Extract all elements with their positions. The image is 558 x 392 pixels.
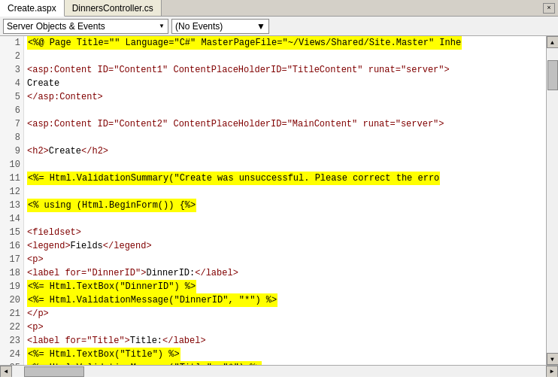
code-line-11[interactable]: <%= Html.ValidationSummary("Create was u… (24, 172, 546, 185)
code-line-16[interactable]: <legend>Fields</legend> (24, 239, 546, 253)
line-number-1: 1 (0, 36, 23, 50)
code-line-9[interactable]: <h2>Create</h2> (24, 144, 546, 158)
code-line-24[interactable]: <%= Html.TextBox("Title") %> (24, 348, 546, 361)
code-line-12[interactable] (24, 185, 546, 199)
events-arrow: ▼ (256, 21, 265, 32)
server-objects-dropdown[interactable]: Server Objects & Events ▼ (3, 19, 168, 34)
line-number-11: 11 (0, 172, 23, 185)
code-line-17[interactable]: <p> (24, 253, 546, 266)
code-line-7[interactable]: <asp:Content ID="Content2" ContentPlaceH… (24, 117, 546, 131)
code-line-21[interactable]: </p> (24, 307, 546, 321)
line-number-20: 20 (0, 293, 23, 307)
events-dropdown[interactable]: (No Events) ▼ (171, 19, 269, 34)
line-number-12: 12 (0, 185, 23, 199)
line-number-4: 4 (0, 77, 23, 90)
server-objects-arrow: ▼ (159, 23, 165, 29)
code-line-10[interactable] (24, 158, 546, 172)
code-line-2[interactable] (24, 50, 546, 63)
line-number-8: 8 (0, 131, 23, 144)
line-number-2: 2 (0, 50, 23, 63)
line-number-22: 22 (0, 321, 23, 334)
line-number-14: 14 (0, 212, 23, 226)
scroll-thumb-h[interactable] (24, 366, 84, 377)
code-line-6[interactable] (24, 104, 546, 117)
line-number-17: 17 (0, 253, 23, 266)
toolbar: Server Objects & Events ▼ (No Events) ▼ (0, 17, 558, 36)
line-number-19: 19 (0, 280, 23, 293)
code-scroll-area: 1234567891011121314151617181920212223242… (0, 36, 558, 365)
code-line-19[interactable]: <%= Html.TextBox("DinnerID") %> (24, 280, 546, 293)
line-number-3: 3 (0, 63, 23, 77)
scroll-thumb-v[interactable] (547, 60, 558, 90)
line-number-9: 9 (0, 144, 23, 158)
tab-create-aspx[interactable]: Create.aspx (0, 0, 65, 17)
window-controls: × (543, 0, 558, 16)
code-line-22[interactable]: <p> (24, 321, 546, 334)
code-line-3[interactable]: <asp:Content ID="Content1" ContentPlaceH… (24, 63, 546, 77)
code-line-13[interactable]: <% using (Html.BeginForm()) {%> (24, 199, 546, 212)
code-line-20[interactable]: <%= Html.ValidationMessage("DinnerID", "… (24, 293, 546, 307)
line-number-16: 16 (0, 239, 23, 253)
line-number-21: 21 (0, 307, 23, 321)
line-number-13: 13 (0, 199, 23, 212)
code-lines[interactable]: <%@ Page Title="" Language="C#" MasterPa… (24, 36, 546, 365)
code-line-5[interactable]: </asp:Content> (24, 90, 546, 104)
code-line-4[interactable]: Create (24, 77, 546, 90)
line-number-6: 6 (0, 104, 23, 117)
line-numbers: 1234567891011121314151617181920212223242… (0, 36, 24, 365)
vertical-scrollbar[interactable]: ▲ ▼ (546, 36, 558, 365)
line-number-18: 18 (0, 266, 23, 280)
title-bar: Create.aspx DinnersController.cs × (0, 0, 558, 17)
code-line-15[interactable]: <fieldset> (24, 226, 546, 239)
code-line-1[interactable]: <%@ Page Title="" Language="C#" MasterPa… (24, 36, 546, 50)
line-number-7: 7 (0, 117, 23, 131)
code-editor[interactable]: 1234567891011121314151617181920212223242… (0, 36, 558, 377)
horizontal-scrollbar[interactable]: ◄ ► (0, 365, 558, 377)
line-number-24: 24 (0, 348, 23, 361)
code-line-14[interactable] (24, 212, 546, 226)
code-line-8[interactable] (24, 131, 546, 144)
line-number-10: 10 (0, 158, 23, 172)
line-number-5: 5 (0, 90, 23, 104)
scroll-up-button[interactable]: ▲ (547, 36, 559, 48)
scroll-left-button[interactable]: ◄ (0, 366, 12, 378)
close-button[interactable]: × (543, 3, 555, 14)
line-number-15: 15 (0, 226, 23, 239)
code-line-18[interactable]: <label for="DinnerID">DinnerID:</label> (24, 266, 546, 280)
tab-dinners-controller[interactable]: DinnersController.cs (65, 0, 162, 16)
scroll-down-button[interactable]: ▼ (547, 353, 559, 365)
line-number-23: 23 (0, 334, 23, 348)
code-line-23[interactable]: <label for="Title">Title:</label> (24, 334, 546, 348)
scroll-right-button[interactable]: ► (546, 366, 558, 378)
